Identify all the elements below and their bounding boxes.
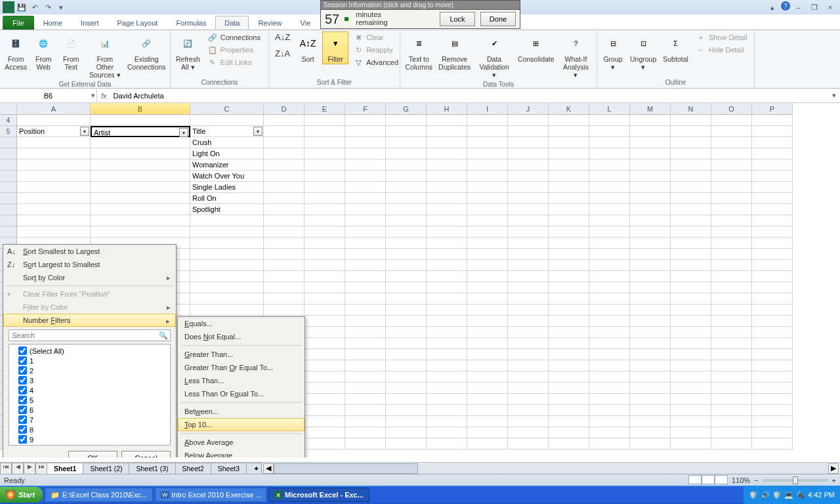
submenu-item[interactable]: Greater Than Or Equal To... [178, 361, 304, 374]
sheet-tab[interactable]: Sheet1 (3) [129, 463, 175, 474]
filter-dropdown-icon[interactable]: ▼ [253, 127, 262, 136]
zoom-slider[interactable] [763, 479, 828, 482]
connections-button[interactable]: 🔗Connections [206, 32, 262, 43]
undo-icon[interactable]: ↶ [29, 1, 41, 13]
data-validation-button[interactable]: ✔DataValidation ▾ [474, 32, 514, 80]
filter-dropdown-icon[interactable]: ▼ [80, 127, 89, 136]
tab-page-layout[interactable]: Page Layout [108, 16, 167, 30]
taskbar-item[interactable]: 📁E:\Excel Class 2010\Exc... [45, 488, 153, 502]
submenu-item[interactable]: Less Than Or Equal To... [178, 387, 304, 400]
tab-review[interactable]: Review [249, 16, 291, 30]
minimize-ribbon-icon[interactable]: ▴ [765, 1, 780, 13]
tab-formulas[interactable]: Formulas [167, 16, 215, 30]
name-box-dropdown-icon[interactable]: ▾ [91, 91, 95, 100]
tray-icon[interactable]: 🛡️ [772, 491, 782, 499]
taskbar-item[interactable]: WIntro Excel 2010 Exercise ... [155, 488, 266, 502]
from-text-button[interactable]: 📄FromText [58, 32, 84, 72]
filter-item-checkbox[interactable] [18, 425, 27, 434]
zoom-in-button[interactable]: + [832, 476, 836, 484]
tray-icon[interactable]: 🔊 [761, 491, 770, 499]
new-sheet-button[interactable]: ✦ [246, 463, 262, 474]
sheet-tab[interactable]: Sheet3 [211, 463, 247, 474]
filter-item-checkbox[interactable] [18, 406, 27, 414]
filter-item-checkbox[interactable] [18, 415, 27, 424]
fx-icon[interactable]: fx [97, 92, 111, 100]
select-all-checkbox[interactable] [18, 346, 27, 355]
first-sheet-button[interactable]: ⏮ [0, 463, 12, 474]
submenu-item[interactable]: Below Average [178, 449, 304, 457]
tab-data[interactable]: Data [215, 16, 249, 30]
filter-checklist[interactable]: (Select All) 1 2 3 4 5 6 7 8 9 [9, 344, 171, 446]
redo-icon[interactable]: ↷ [42, 1, 54, 13]
qat-customize-icon[interactable]: ▾ [55, 1, 67, 13]
cancel-button[interactable]: Cancel [121, 451, 171, 457]
start-button[interactable]: Start [0, 487, 43, 503]
remove-duplicates-button[interactable]: ▤RemoveDuplicates [436, 32, 473, 72]
text-to-columns-button[interactable]: ≣Text toColumns [403, 32, 435, 72]
from-other-sources-button[interactable]: 📊From OtherSources ▾ [85, 32, 124, 80]
from-web-button[interactable]: 🌐FromWeb [30, 32, 56, 72]
sort-by-color[interactable]: Sort by Color▸ [3, 271, 176, 284]
zoom-out-button[interactable]: − [754, 476, 758, 484]
tab-view[interactable]: View [291, 16, 311, 30]
window-minimize-icon[interactable]: – [791, 1, 806, 13]
filter-search-input[interactable] [9, 329, 171, 341]
sort-smallest-to-largest[interactable]: A↓Sort Smallest to Largest [3, 245, 176, 258]
taskbar-item[interactable]: XMicrosoft Excel - Exc... [268, 488, 369, 502]
number-filters[interactable]: Number Filters▸ [3, 314, 176, 327]
filter-item-checkbox[interactable] [18, 435, 27, 444]
tray-icon[interactable]: 🛡️ [749, 491, 758, 499]
save-icon[interactable]: 💾 [16, 1, 28, 13]
filter-button[interactable]: ▼Filter [322, 32, 348, 64]
window-close-icon[interactable]: × [823, 1, 837, 13]
session-title[interactable]: Session Information (click and drag to m… [321, 1, 520, 9]
sort-desc-icon[interactable]: Z↓A [274, 48, 291, 59]
submenu-item[interactable]: Less Than... [178, 374, 304, 387]
tab-home[interactable]: Home [34, 16, 72, 30]
filter-item-checkbox[interactable] [18, 356, 27, 365]
scroll-left-button[interactable]: ◀ [263, 463, 274, 474]
prev-sheet-button[interactable]: ◀ [12, 463, 24, 474]
tray-icon[interactable]: 🔌 [796, 491, 805, 499]
next-sheet-button[interactable]: ▶ [24, 463, 35, 474]
done-button[interactable]: Done [480, 12, 516, 26]
lock-button[interactable]: Lock [440, 12, 475, 26]
advanced-filter-button[interactable]: ▽Advanced [352, 56, 400, 68]
name-box[interactable]: ▾ [0, 89, 97, 102]
sort-button[interactable]: A↕ZSort [295, 32, 321, 64]
clock[interactable]: 4:42 PM [808, 491, 835, 499]
system-tray[interactable]: 🛡️ 🔊 🛡️ 💻 🔌 4:42 PM [744, 486, 840, 504]
filter-item-checkbox[interactable] [18, 376, 27, 385]
ok-button[interactable]: OK [68, 451, 117, 457]
name-box-input[interactable] [4, 92, 93, 100]
filter-search[interactable]: 🔍 [9, 329, 171, 341]
ungroup-button[interactable]: ⊡Ungroup▾ [627, 32, 659, 72]
formula-input[interactable] [111, 92, 828, 100]
tray-icon[interactable]: 💻 [784, 491, 793, 499]
group-button[interactable]: ⊟Group▾ [600, 32, 626, 72]
from-access-button[interactable]: 🗄️FromAccess [3, 32, 29, 72]
filter-dropdown-icon[interactable]: ▼ [179, 128, 188, 137]
scroll-right-button[interactable]: ▶ [828, 463, 839, 474]
sort-asc-icon[interactable]: A↓Z [274, 32, 291, 43]
view-buttons[interactable] [688, 475, 728, 486]
sheet-tab[interactable]: Sheet2 [175, 463, 211, 474]
submenu-item[interactable]: Above Average [178, 436, 304, 449]
horizontal-scrollbar[interactable] [274, 463, 828, 474]
consolidate-button[interactable]: ⊞Consolidate [516, 32, 556, 64]
refresh-all-button[interactable]: 🔄RefreshAll ▾ [173, 32, 203, 72]
filter-item-checkbox[interactable] [18, 366, 27, 375]
worksheet-grid[interactable]: ABCDEFGHIJKLMNOP45Position▼Artist▼Title▼… [0, 103, 840, 457]
submenu-item[interactable]: Greater Than... [178, 348, 304, 361]
tab-insert[interactable]: Insert [72, 16, 108, 30]
existing-connections-button[interactable]: 🔗ExistingConnections [125, 32, 167, 72]
zoom-level[interactable]: 110% [732, 476, 750, 484]
submenu-item[interactable]: Top 10... [178, 418, 304, 431]
subtotal-button[interactable]: ΣSubtotal [660, 32, 691, 64]
expand-formula-bar-icon[interactable]: ▾ [828, 91, 840, 100]
sort-largest-to-smallest[interactable]: Z↓Sort Largest to Smallest [3, 258, 176, 271]
submenu-item[interactable]: Equals... [178, 317, 304, 330]
sheet-tab[interactable]: Sheet1 [47, 463, 83, 474]
what-if-button[interactable]: ？What-IfAnalysis ▾ [558, 32, 594, 80]
filter-item-checkbox[interactable] [18, 396, 27, 404]
